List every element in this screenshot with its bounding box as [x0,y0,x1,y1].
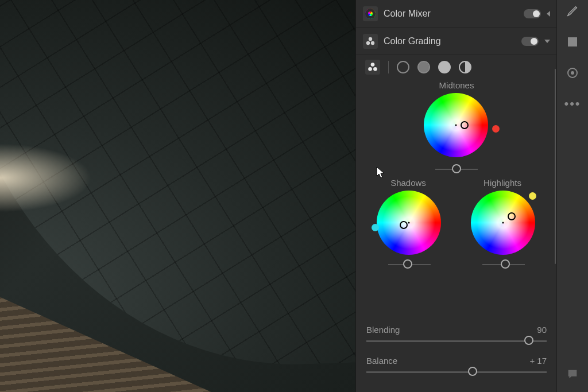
tab-three-way[interactable] [365,60,380,75]
midtones-wheel[interactable] [424,93,488,157]
balance-row: Balance + 17 [356,352,557,373]
right-toolbar: ••• [557,0,588,392]
panel-title-color-grading: Color Grading [384,36,516,46]
midtones-marker[interactable] [461,121,469,129]
image-preview[interactable] [0,0,356,392]
more-tools-icon[interactable]: ••• [565,96,580,111]
panel-title-color-mixer: Color Mixer [384,9,518,19]
comment-icon[interactable] [565,367,580,382]
shadows-wheel[interactable] [377,191,441,255]
linear-gradient-tool-icon[interactable] [565,34,580,49]
color-mixer-toggle[interactable] [524,9,541,18]
balance-slider[interactable] [366,371,547,373]
tab-shadows[interactable] [397,61,409,73]
panel-scroll-indicator[interactable] [555,69,556,264]
tab-global[interactable] [459,61,471,73]
highlights-label: Highlights [465,178,540,188]
panel-header-color-mixer[interactable]: Color Mixer [356,0,557,28]
svg-point-1 [366,41,370,44]
svg-point-2 [371,41,374,44]
highlights-sat-dot[interactable] [529,192,536,200]
tab-highlights[interactable] [438,61,451,73]
brush-tool-icon[interactable] [565,3,580,18]
shadows-sat-dot[interactable] [372,224,379,231]
color-grading-tabs [356,55,557,77]
blending-value: 90 [537,325,547,335]
shadows-marker[interactable] [400,221,408,229]
svg-point-0 [369,37,372,40]
blending-label: Blending [366,325,400,335]
blending-slider[interactable] [366,340,547,342]
edit-side-panel: Color Mixer Color Grading [356,0,557,392]
svg-point-4 [368,67,372,71]
midtones-label: Midtones [419,80,494,90]
tab-midtones[interactable] [417,61,430,73]
balance-label: Balance [366,356,397,366]
color-wheels-area: Midtones Shadows Highlights [356,77,557,284]
svg-point-5 [373,67,377,71]
panel-header-color-grading[interactable]: Color Grading [356,28,557,55]
highlights-wheel[interactable] [471,191,535,255]
color-grading-icon [363,34,378,49]
midtones-sat-dot[interactable] [492,125,500,133]
shadows-label: Shadows [371,178,446,188]
svg-rect-6 [568,37,577,46]
collapse-arrow-icon[interactable] [547,11,550,17]
blending-row: Blending 90 [356,321,557,342]
svg-point-3 [371,63,375,67]
highlights-lum-slider[interactable] [482,264,525,265]
color-mixer-icon [363,6,378,21]
balance-value: + 17 [529,356,547,366]
highlights-marker[interactable] [508,212,516,220]
radial-gradient-tool-icon[interactable] [565,65,580,80]
chevron-down-icon[interactable] [544,40,550,43]
shadows-lum-slider[interactable] [388,264,431,265]
preview-art-light [0,143,92,212]
midtones-lum-slider[interactable] [435,169,478,170]
tab-divider [388,61,389,73]
svg-point-8 [571,71,574,75]
color-grading-toggle[interactable] [521,37,539,46]
